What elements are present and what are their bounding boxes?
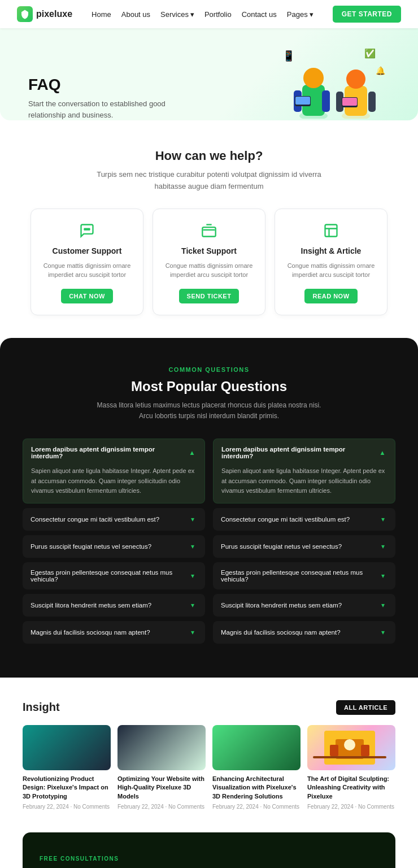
help-card-insight: Insight & Article Congue mattis dignissi…	[275, 209, 387, 315]
svg-point-27	[344, 739, 355, 750]
faq-item: Magnis dui facilisis sociosqu nam aptent…	[213, 621, 395, 644]
insight-grid: Revolutionizing Product Design: Pixeluxe…	[23, 725, 395, 810]
svg-rect-20	[202, 227, 215, 236]
help-card-desc-3: Congue mattis dignissim ornare imperdiet…	[285, 261, 377, 280]
faq-item-header[interactable]: Magnis dui facilisis sociosqu nam aptent…	[23, 621, 205, 644]
faq-item-header[interactable]: Magnis dui facilisis sociosqu nam aptent…	[213, 621, 395, 644]
svg-rect-24	[313, 756, 386, 758]
chevron-down-icon: ▾	[378, 515, 387, 524]
chevron-down-icon: ▾	[188, 628, 197, 637]
insight-meta-4: February 22, 2024 · No Comments	[307, 804, 395, 810]
faq-col-left: Lorem dapibus aptent dignissim tempor in…	[23, 439, 205, 644]
faq-item-header[interactable]: Purus suscipit feugiat netus vel senectu…	[213, 535, 395, 558]
faq-banner: FAQ Start the conversation to establishe…	[0, 28, 418, 120]
ticket-icon	[199, 223, 219, 238]
cta-section: FREE CONSULTATIONS Book a free consultat…	[23, 832, 395, 868]
faq-item-header[interactable]: Consectetur congue mi taciti vestibulum …	[23, 508, 205, 531]
help-card-desc-1: Congue mattis dignissim ornare imperdiet…	[41, 261, 133, 280]
insight-card-1: Revolutionizing Product Design: Pixeluxe…	[23, 725, 111, 810]
faq-item: Suscipit litora hendrerit metus sem etia…	[23, 594, 205, 617]
insight-title-4: The Art of Digital Sculpting: Unleashing…	[307, 775, 395, 801]
svg-point-18	[86, 228, 88, 229]
help-card-title-1: Customer Support	[41, 246, 133, 255]
chevron-up-icon: ▲	[188, 448, 197, 457]
insight-img-1	[23, 725, 111, 770]
faq-item-header[interactable]: Lorem dapibus aptent dignissim tempor in…	[214, 439, 395, 466]
svg-point-10	[346, 70, 365, 89]
svg-rect-7	[322, 90, 330, 112]
faq-item-header[interactable]: Purus suscipit feugiat netus vel senectu…	[23, 535, 205, 558]
faq-item: Consectetur congue mi taciti vestibulum …	[213, 508, 395, 531]
nav-home[interactable]: Home	[92, 10, 111, 19]
cta-text: FREE CONSULTATIONS Book a free consultat…	[40, 856, 243, 868]
faq-item: Lorem dapibus aptent dignissim tempor in…	[213, 439, 395, 504]
chevron-down-icon: ▾	[188, 515, 197, 524]
faq-item-header[interactable]: Suscipit litora hendrerit metus sem etia…	[213, 594, 395, 617]
faq-common-label: COMMON QUESTIONS	[23, 366, 395, 373]
cta-illustration	[305, 849, 378, 868]
logo-icon	[17, 6, 33, 22]
faq-item-body: Sapien aliquot ante ligula habitasse Int…	[214, 466, 395, 503]
faq-subtitle: Start the conversation to established go…	[28, 98, 175, 120]
brand-logo[interactable]: pixeluxe	[17, 6, 72, 22]
insight-meta-1: February 22, 2024 · No Comments	[23, 804, 111, 810]
svg-rect-26	[361, 745, 369, 756]
help-card-title-2: Ticket Support	[163, 246, 255, 255]
faq-item-header[interactable]: Lorem dapibus aptent dignissim tempor in…	[23, 439, 204, 466]
help-subtitle: Turpis sem nec tristique curabitur poten…	[96, 169, 322, 193]
help-card-ticket: Ticket Support Congue mattis dignissim o…	[153, 209, 265, 315]
read-now-button[interactable]: READ NOW	[304, 289, 357, 303]
insight-card-3: Enhancing Architectural Visualization wi…	[212, 725, 301, 810]
faq-item-header[interactable]: Consectetur congue mi taciti vestibulum …	[213, 508, 395, 531]
svg-rect-25	[330, 745, 338, 756]
faq-title: FAQ	[28, 76, 175, 94]
faq-item: Magnis dui facilisis sociosqu nam aptent…	[23, 621, 205, 644]
chevron-down-icon: ▾	[310, 10, 314, 19]
nav-about[interactable]: About us	[121, 10, 150, 19]
insight-title-3: Enhancing Architectural Visualization wi…	[212, 775, 301, 801]
insight-section: Insight ALL ARTICLE Revolutionizing Prod…	[0, 678, 418, 827]
insight-title-1: Revolutionizing Product Design: Pixeluxe…	[23, 775, 111, 801]
svg-text:📱: 📱	[282, 50, 295, 62]
chat-now-button[interactable]: CHAT NOW	[61, 289, 113, 303]
faq-item-header[interactable]: Suscipit litora hendrerit metus sem etia…	[23, 594, 205, 617]
insight-header: Insight ALL ARTICLE	[23, 700, 395, 715]
insight-img-4	[307, 725, 395, 770]
faq-item-header[interactable]: Egestas proin pellentesque consequat net…	[213, 562, 395, 589]
svg-rect-16	[342, 98, 357, 106]
faq-item: Lorem dapibus aptent dignissim tempor in…	[23, 439, 205, 504]
nav-services[interactable]: Services ▾	[160, 10, 194, 19]
faq-col-right: Lorem dapibus aptent dignissim tempor in…	[213, 439, 395, 644]
chevron-down-icon: ▾	[378, 601, 387, 610]
nav-pages[interactable]: Pages ▾	[287, 10, 314, 19]
svg-point-17	[84, 228, 85, 229]
svg-point-5	[303, 68, 324, 88]
faq-item: Purus suscipit feugiat netus vel senectu…	[213, 535, 395, 558]
svg-rect-12	[368, 92, 376, 112]
insight-meta-2: February 22, 2024 · No Comments	[117, 804, 206, 810]
faq-item-header[interactable]: Egestas proin pellentesque consequat net…	[23, 562, 205, 589]
navbar: pixeluxe Home About us Services ▾ Portfo…	[0, 0, 418, 28]
send-ticket-button[interactable]: SEND TICKET	[179, 289, 240, 303]
insight-meta-3: February 22, 2024 · No Comments	[212, 804, 301, 810]
insight-card-2: Optimizing Your Website with High-Qualit…	[117, 725, 206, 810]
faq-banner-text: FAQ Start the conversation to establishe…	[28, 76, 175, 120]
nav-portfolio[interactable]: Portfolio	[204, 10, 232, 19]
faq-main-title: Most Popular Questions	[23, 379, 395, 394]
help-card-title-3: Insight & Article	[285, 246, 377, 255]
cta-label: FREE CONSULTATIONS	[40, 856, 243, 862]
insight-card-4: The Art of Digital Sculpting: Unleashing…	[307, 725, 395, 810]
faq-item: Egestas proin pellentesque consequat net…	[23, 562, 205, 589]
faq-item: Suscipit litora hendrerit metus sem etia…	[213, 594, 395, 617]
chevron-down-icon: ▾	[188, 601, 197, 610]
help-card-support: Customer Support Congue mattis dignissim…	[31, 209, 143, 315]
faq-item: Consectetur congue mi taciti vestibulum …	[23, 508, 205, 531]
faq-columns: Lorem dapibus aptent dignissim tempor in…	[23, 439, 395, 644]
nav-contact[interactable]: Contact us	[242, 10, 277, 19]
get-started-button[interactable]: GET STARTED	[333, 6, 401, 23]
svg-text:🔔: 🔔	[376, 66, 386, 76]
all-article-button[interactable]: ALL ARTICLE	[336, 700, 395, 715]
svg-rect-14	[295, 97, 310, 105]
help-cards: Customer Support Congue mattis dignissim…	[28, 209, 390, 315]
faq-description: Massa litora letius maximus lectus place…	[90, 400, 328, 422]
